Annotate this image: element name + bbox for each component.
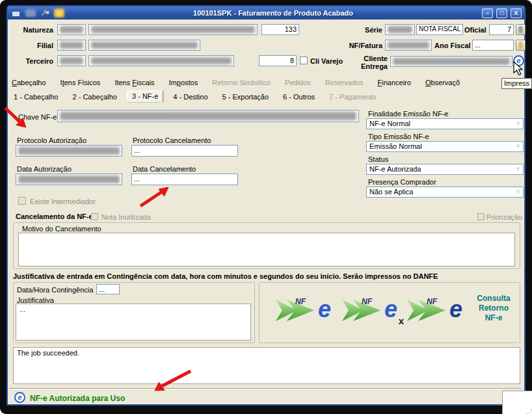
subtab-4-destino[interactable]: 4 - Destino — [168, 92, 212, 102]
tipo-emissao-label: Tipo Emissão NF-e — [368, 133, 429, 140]
nfe-consulta-logo-button[interactable]: NF e — [276, 294, 336, 326]
close-button[interactable]: X — [511, 8, 522, 18]
lamp-icon[interactable] — [53, 8, 64, 18]
filial-code-field[interactable] — [57, 40, 86, 51]
cliente-entrega-field[interactable] — [390, 56, 512, 67]
minimize-button[interactable]: – — [482, 8, 493, 18]
natureza-desc-field[interactable] — [88, 24, 258, 35]
cli-varejo-label: Cli Varejo — [310, 57, 343, 65]
tipo-emissao-combo[interactable]: Emissão Normal — [366, 141, 524, 152]
subtab-3-nf-e[interactable]: 3 - NF-e — [127, 90, 163, 102]
motivo-textarea[interactable] — [18, 233, 515, 266]
nfe-logo-nf-text: NF — [362, 297, 372, 306]
redacted-value — [393, 58, 510, 65]
nf-fatura-field[interactable] — [385, 40, 432, 51]
folder-button[interactable] — [516, 40, 525, 51]
consulta-line: Consulta — [470, 294, 518, 304]
entrega-label: Entrega — [347, 62, 388, 70]
terceiro-num-field[interactable]: 8 — [259, 55, 297, 66]
existe-intermediador-checkbox — [18, 197, 26, 205]
protocolo-autorizacao-field[interactable] — [16, 145, 122, 157]
terceiro-code-field[interactable] — [57, 55, 86, 66]
subtab-5-exportacao[interactable]: 5 - Exportação — [218, 92, 274, 102]
tab-observaco[interactable]: Observaçõ — [425, 79, 460, 86]
nfe-logo-x-text: x — [399, 315, 404, 326]
natureza-num-field[interactable]: 133 — [261, 24, 299, 35]
nfe-logo-e-text: e — [384, 294, 397, 324]
tab-itens-fisicos[interactable]: Itens Físicos — [60, 79, 101, 86]
consulta-line: Retorno — [470, 304, 518, 313]
redacted-value — [60, 26, 83, 33]
data-cancelamento-field[interactable]: ... — [131, 174, 238, 185]
screenshot-frame: 100101SPK - Faturamento de Produto Acaba… — [0, 0, 532, 414]
nf-fatura-label: NF/Fatura — [338, 42, 382, 49]
tab-retorno-simbolico: Retorno Simbólico — [212, 79, 271, 86]
nota-inutilizada-label: Nota Inutilizada — [101, 213, 151, 221]
app-icon[interactable] — [10, 8, 21, 18]
sub-tabs: 1 - Cabeçalho2 - Cabeçalho3 - NF-e4 - De… — [9, 90, 477, 103]
mouse-cursor — [513, 61, 525, 77]
redacted-value — [18, 175, 120, 183]
justificativa-textarea[interactable]: ... — [16, 304, 251, 341]
finalidade-combo[interactable]: NF-e Normal — [366, 118, 524, 129]
nfe-status-icon: e — [14, 392, 25, 403]
nfe-logo-e-text: e — [449, 294, 462, 324]
chave-nfe-field[interactable] — [57, 110, 359, 122]
cancelamento-title: Cancelamento da NF-e — [16, 213, 93, 220]
tab-cabecalho[interactable]: Cabeçalho — [12, 79, 46, 86]
protocolo-autorizacao-label: Protocolo Autorização — [17, 136, 86, 144]
tab-itens-fiscais[interactable]: Itens Fiscais — [114, 79, 154, 86]
tab-financeiro[interactable]: Financeiro — [378, 79, 411, 86]
statusbar-divider-highlight — [9, 389, 522, 389]
data-cancelamento-label: Data Cancelamento — [133, 165, 196, 173]
subtab-6-outros[interactable]: 6 - Outros — [278, 92, 319, 102]
data-autorizacao-field[interactable] — [16, 174, 122, 185]
priorizacao-label: Priorização — [486, 213, 522, 221]
redacted-value — [91, 57, 232, 64]
presenca-label: Presença Comprador — [368, 178, 436, 186]
cli-varejo-checkbox[interactable] — [300, 57, 308, 64]
ano-fiscal-label: Ano Fiscal — [434, 42, 471, 49]
serie-desc-field[interactable]: NOTA FISCAL ELE — [416, 24, 463, 35]
subtab-2-cabecalho[interactable]: 2 - Cabeçalho — [68, 92, 122, 102]
redacted-value — [91, 26, 255, 33]
data-hora-contingencia-label: Data/Hora Contingência — [17, 286, 93, 294]
data-hora-contingencia-field[interactable]: ... — [96, 284, 120, 294]
status-combo[interactable]: NF-e Autorizada — [366, 164, 524, 175]
data-autorizacao-label: Data Autorização — [17, 165, 72, 173]
nfe-logo-nf-text: NF — [295, 297, 306, 306]
toolbar-icon-blurred[interactable] — [25, 8, 36, 18]
presenca-combo[interactable]: Não se Aplica — [366, 187, 524, 198]
title-bar: 100101SPK - Faturamento de Produto Acaba… — [8, 6, 524, 19]
oficial-field[interactable]: 7 — [489, 24, 514, 35]
subtab-1-cabecalho[interactable]: 1 - Cabeçalho — [9, 92, 63, 102]
redacted-value — [60, 112, 356, 120]
terceiro-desc-field[interactable] — [88, 55, 234, 66]
wrench-icon[interactable] — [39, 8, 50, 18]
existe-intermediador-label: Existe Intermediador — [30, 198, 96, 205]
ano-fiscal-field[interactable]: ... — [472, 40, 514, 51]
folder-icon — [518, 42, 523, 49]
status-label: Status — [368, 155, 388, 163]
redacted-value — [91, 42, 198, 49]
job-log-textarea[interactable]: The job succeeded. — [13, 347, 520, 384]
tab-reservados: Reservados — [325, 79, 364, 86]
protocolo-cancelamento-label: Protocolo Cancelamento — [133, 136, 211, 144]
serie-field[interactable] — [385, 24, 415, 35]
redacted-value — [60, 57, 83, 64]
filial-desc-field[interactable] — [88, 40, 200, 51]
redacted-value — [388, 42, 429, 49]
window-title: 100101SPK - Faturamento de Produto Acaba… — [68, 9, 479, 17]
filial-label: Filial — [10, 42, 53, 49]
maximize-button[interactable]: □ — [496, 8, 507, 18]
tooltip: Impress — [501, 78, 532, 89]
nfe-logo-nf-text: NF — [427, 297, 437, 306]
nfe-retorno-logo-button[interactable]: NF e — [407, 294, 467, 326]
tab-impostos[interactable]: Impostos — [169, 79, 198, 86]
redacted-value — [60, 42, 83, 49]
nfe-cancelada-logo-button[interactable]: NF e x — [342, 294, 402, 326]
lookup-button-1[interactable] — [516, 24, 525, 35]
protocolo-cancelamento-field[interactable]: ... — [131, 145, 238, 157]
chave-nfe-label: Chave NF-e — [18, 113, 57, 121]
natureza-code-field[interactable] — [57, 24, 86, 35]
